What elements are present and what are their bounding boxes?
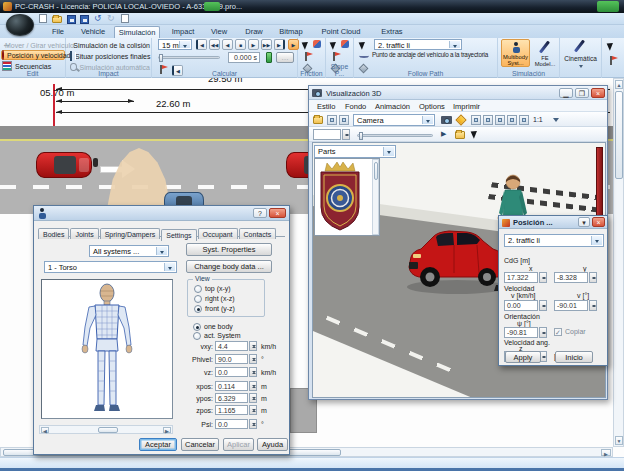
xpos-spinner[interactable]	[249, 381, 257, 391]
fast-forward-button[interactable]: ▶▶	[261, 39, 272, 50]
light-icon[interactable]	[455, 114, 466, 125]
menu-estilo[interactable]: Estilo	[317, 102, 335, 111]
tab-view[interactable]: View	[205, 26, 233, 38]
new-file-icon[interactable]	[39, 14, 47, 23]
redo-icon[interactable]	[107, 15, 116, 24]
fe-model-button[interactable]: FE Model...	[532, 39, 558, 67]
radio-right-xz[interactable]	[194, 295, 202, 303]
cdg-x-spinner[interactable]	[539, 272, 547, 283]
posicion-title-bar[interactable]: Posición ... ▾ ×	[499, 216, 607, 229]
syst-properties-button[interactable]: Syst. Properties	[186, 243, 272, 256]
radio-top-xy[interactable]	[194, 285, 202, 293]
anchor-point-label[interactable]: Punto de anclaje del vehículo a la traye…	[372, 51, 496, 58]
open-file-icon[interactable]	[52, 16, 62, 23]
skip-end-button[interactable]: ▶	[274, 39, 285, 50]
kinematics-button[interactable]: Cinemática	[560, 55, 601, 62]
velocity-spinner[interactable]	[539, 300, 547, 311]
close-button[interactable]: ×	[269, 208, 286, 218]
psi-field[interactable]: 0.0	[215, 419, 248, 429]
cdg-x-field[interactable]: 17.322	[504, 272, 538, 283]
tab-file[interactable]: File	[45, 26, 71, 38]
all-systems-combo[interactable]: All systems ...	[89, 245, 169, 257]
camera-combo[interactable]: Camera	[353, 114, 435, 126]
aceptar-button[interactable]: Aceptar	[139, 438, 177, 451]
extra-tool-icon[interactable]	[607, 41, 616, 51]
posicion-vehicle-combo[interactable]: 2. traffic li	[504, 234, 604, 247]
time-slider-track[interactable]	[158, 56, 220, 59]
vxy-spinner[interactable]	[249, 341, 257, 351]
friction-flag-icon[interactable]	[305, 52, 307, 61]
minimize-button[interactable]: ▁	[559, 88, 573, 98]
fast-back-button[interactable]: ◀◀	[209, 39, 220, 50]
slope-select-icon[interactable]	[330, 40, 339, 50]
combo-arrow-icon[interactable]	[591, 236, 602, 245]
zoom-1-1-button[interactable]: 1:1	[533, 116, 543, 123]
zpos-spinner[interactable]	[249, 405, 257, 415]
tab-contacts[interactable]: Contacts	[239, 228, 277, 239]
view-preset-icon[interactable]	[519, 115, 529, 125]
zpos-field[interactable]: 1.165	[215, 405, 248, 415]
tab-settings[interactable]: Settings	[161, 229, 196, 242]
vertical-scrollbar[interactable]: ▲ ▼	[613, 78, 624, 447]
apply-button[interactable]: Apply	[505, 351, 541, 363]
aplicar-button[interactable]: Aplicar	[223, 438, 254, 451]
view-preset-icon[interactable]	[471, 115, 481, 125]
collision-simulation-item[interactable]: Simulación de la colisión	[70, 40, 150, 50]
body-combo[interactable]: 1 - Torso	[44, 261, 177, 273]
scroll-up-button[interactable]: ▲	[615, 80, 623, 89]
vehicle-red-car-plan[interactable]	[36, 152, 92, 178]
move-rotate-vehicle-item[interactable]: Mover / Girar vehículo	[2, 40, 64, 50]
play-animation-icon[interactable]: ▶	[441, 130, 446, 138]
combo-arrow-icon[interactable]	[449, 41, 460, 48]
orientation-spinner[interactable]	[539, 327, 547, 338]
scroll-down-button[interactable]: ▼	[615, 436, 623, 445]
menu-options[interactable]: Options	[419, 102, 445, 111]
phivel-field[interactable]: 90.0	[215, 354, 248, 364]
view-preset-icon[interactable]	[495, 115, 505, 125]
phivel-spinner[interactable]	[249, 354, 257, 364]
change-body-data-button[interactable]: Change body data ...	[186, 260, 272, 273]
pointer-tool-icon[interactable]	[471, 129, 480, 139]
follow-path-vehicle-combo[interactable]: 2. traffic li	[374, 39, 462, 50]
help-button[interactable]: ?	[253, 208, 267, 218]
pin-button[interactable]: ▾	[578, 217, 590, 227]
ayuda-button[interactable]: Ayuda	[257, 438, 288, 451]
open-scene-icon[interactable]	[313, 116, 323, 124]
scene-tool-icon[interactable]	[339, 115, 349, 125]
scroll-right-button[interactable]: ▶	[601, 449, 611, 456]
restore-button[interactable]: ❒	[575, 88, 589, 98]
combo-arrow-icon[interactable]	[156, 247, 167, 255]
kinematics-caret-icon[interactable]	[579, 65, 583, 70]
tab-impact[interactable]: Impact	[166, 26, 200, 38]
menu-fondo[interactable]: Fondo	[345, 102, 366, 111]
body-preview-canvas[interactable]	[41, 279, 173, 419]
qat-menu-caret[interactable]	[134, 17, 140, 23]
ypos-field[interactable]: 6.329	[215, 393, 248, 403]
application-menu-orb[interactable]	[6, 14, 34, 36]
combo-arrow-icon[interactable]	[422, 116, 433, 124]
radio-front-yz[interactable]	[194, 305, 202, 313]
xpos-field[interactable]: 0.114	[215, 381, 248, 391]
psi-spinner[interactable]	[249, 419, 257, 429]
menu-animacion[interactable]: Animación	[375, 102, 410, 111]
time-field[interactable]: 0.000 s	[228, 52, 260, 63]
toolbar-caret-icon[interactable]	[553, 118, 559, 125]
view-preset-icon[interactable]	[483, 115, 493, 125]
velocity-field[interactable]: 0.00	[504, 300, 538, 311]
tab-draw[interactable]: Draw	[240, 26, 268, 38]
scroll-right-button[interactable]: ▶	[163, 427, 171, 433]
vz-spinner[interactable]	[249, 367, 257, 377]
menu-imprimir[interactable]: Imprimir	[453, 102, 480, 111]
parts-scrollbar-thumb[interactable]	[374, 162, 378, 180]
undo-icon[interactable]	[94, 15, 103, 24]
time-slider-thumb[interactable]	[159, 54, 163, 62]
save-icon[interactable]	[67, 15, 76, 24]
multibody-system-button[interactable]: Multibody Syst...	[501, 39, 530, 67]
viewer3d-title-bar[interactable]: Visualización 3D ▁ ❒ ×	[309, 86, 607, 100]
tab-spring-dampers[interactable]: Spring/Dampers	[100, 228, 161, 239]
save-as-icon[interactable]	[80, 15, 89, 24]
radio-one-body[interactable]	[193, 323, 201, 331]
slope-polygon-icon[interactable]	[341, 40, 349, 48]
vertical-scrollbar-thumb[interactable]	[615, 91, 623, 179]
parts-panel[interactable]	[314, 158, 380, 236]
